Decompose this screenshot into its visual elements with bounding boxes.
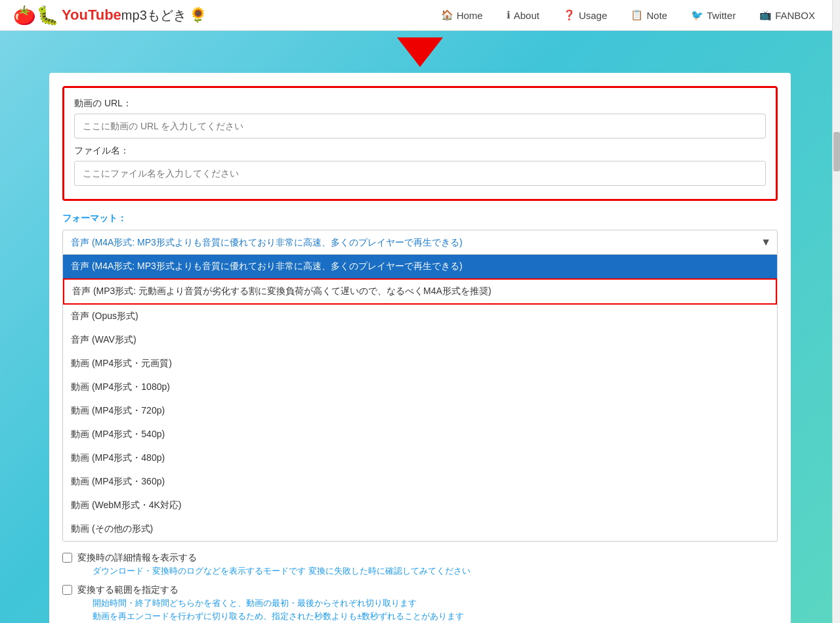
dropdown-item-other[interactable]: 動画 (その他の形式) xyxy=(63,517,777,541)
logo-icon: 🍅🐛 xyxy=(13,5,59,26)
checkbox-row-range: 変換する範囲を指定する 開始時間・終了時間どちらかを省くと、動画の最初・最後から… xyxy=(62,584,778,622)
show-detail-checkbox[interactable] xyxy=(62,553,72,563)
nav-usage[interactable]: ❓ Usage xyxy=(551,4,619,26)
format-section: フォーマット： 音声 (M4A形式: MP3形式よりも音質に優れており非常に高速… xyxy=(62,213,778,542)
dropdown-item-mp4-1080p[interactable]: 動画 (MP4形式・1080p) xyxy=(63,376,777,399)
url-input[interactable] xyxy=(74,114,766,139)
nav-fanbox[interactable]: 📺 FANBOX xyxy=(747,4,827,26)
nav-note[interactable]: 📋 Note xyxy=(619,4,679,26)
nav-home[interactable]: 🏠 Home xyxy=(429,4,495,26)
nav-home-label: Home xyxy=(457,10,483,21)
checkbox-section: 変換時の詳細情報を表示する ダウンロード・変換時のログなどを表示するモードです … xyxy=(62,551,778,622)
dropdown-item-mp4-540p[interactable]: 動画 (MP4形式・540p) xyxy=(63,423,777,446)
note-icon: 📋 xyxy=(631,9,643,21)
home-icon: 🏠 xyxy=(441,9,453,21)
scrollbar-track xyxy=(832,0,840,623)
checkbox-row-detail: 変換時の詳細情報を表示する ダウンロード・変換時のログなどを表示するモードです … xyxy=(62,551,778,577)
scrollbar-thumb[interactable] xyxy=(833,132,840,171)
dropdown-item-mp4-orig[interactable]: 動画 (MP4形式・元画質) xyxy=(63,352,777,376)
filename-label: ファイル名： xyxy=(74,145,766,157)
nav-about[interactable]: ℹ About xyxy=(495,4,551,26)
nav-note-label: Note xyxy=(646,10,667,21)
logo: 🍅🐛 YouTube mp3もどき 🌻 xyxy=(13,5,207,26)
dropdown-item-mp3[interactable]: 音声 (MP3形式: 元動画より音質が劣化する割に変換負荷が高くて遅いので、なる… xyxy=(63,278,777,305)
url-filename-section: 動画の URL： ファイル名： xyxy=(62,86,778,201)
arrow-container xyxy=(0,31,840,73)
nav-about-label: About xyxy=(514,10,539,21)
range-label-group: 変換する範囲を指定する 開始時間・終了時間どちらかを省くと、動画の最初・最後から… xyxy=(77,584,464,622)
twitter-icon: 🐦 xyxy=(691,9,704,21)
header: 🍅🐛 YouTube mp3もどき 🌻 🏠 Home ℹ About ❓ Usa… xyxy=(0,0,840,31)
filename-input[interactable] xyxy=(74,161,766,186)
format-select[interactable]: 音声 (M4A形式: MP3形式よりも音質に優れており非常に高速、多くのプレイヤ… xyxy=(62,230,778,255)
range-checkbox[interactable] xyxy=(62,585,72,595)
range-desc1: 開始時間・終了時間どちらかを省くと、動画の最初・最後からそれぞれ切り取ります xyxy=(93,597,464,609)
range-desc2: 動画を再エンコードを行わずに切り取るため、指定された秒数よりも±数秒ずれることが… xyxy=(93,611,464,622)
logo-mp3: mp3もどき xyxy=(121,7,186,24)
navigation: 🏠 Home ℹ About ❓ Usage 📋 Note 🐦 Twitter … xyxy=(429,4,827,26)
nav-twitter-label: Twitter xyxy=(707,10,736,21)
format-label: フォーマット： xyxy=(62,213,778,225)
usage-icon: ❓ xyxy=(563,9,576,21)
show-detail-label-group: 変換時の詳細情報を表示する ダウンロード・変換時のログなどを表示するモードです … xyxy=(77,551,471,577)
dropdown-item-wav[interactable]: 音声 (WAV形式) xyxy=(63,328,777,352)
main-content: 動画の URL： ファイル名： フォーマット： 音声 (M4A形式: MP3形式… xyxy=(49,73,791,623)
dropdown-item-m4a[interactable]: 音声 (M4A形式: MP3形式よりも音質に優れており非常に高速、多くのプレイヤ… xyxy=(63,255,777,278)
dropdown-item-mp4-360p[interactable]: 動画 (MP4形式・360p) xyxy=(63,470,777,494)
dropdown-item-mp4-480p[interactable]: 動画 (MP4形式・480p) xyxy=(63,446,777,470)
nav-twitter[interactable]: 🐦 Twitter xyxy=(679,4,747,26)
dropdown-item-opus[interactable]: 音声 (Opus形式) xyxy=(63,305,777,328)
fanbox-icon: 📺 xyxy=(759,9,772,21)
logo-sun-icon: 🌻 xyxy=(189,7,207,24)
nav-fanbox-label: FANBOX xyxy=(775,10,815,21)
down-arrow-icon xyxy=(397,37,443,67)
about-icon: ℹ xyxy=(507,9,511,21)
show-detail-desc: ダウンロード・変換時のログなどを表示するモードです 変換に失敗した時に確認してみ… xyxy=(93,565,471,577)
format-select-wrapper: 音声 (M4A形式: MP3形式よりも音質に優れており非常に高速、多くのプレイヤ… xyxy=(62,230,778,255)
dropdown-item-mp4-720p[interactable]: 動画 (MP4形式・720p) xyxy=(63,399,777,423)
dropdown-item-webm-4k[interactable]: 動画 (WebM形式・4K対応) xyxy=(63,494,777,517)
show-detail-label[interactable]: 変換時の詳細情報を表示する xyxy=(77,552,197,563)
range-label[interactable]: 変換する範囲を指定する xyxy=(77,584,178,595)
logo-youtube: YouTube xyxy=(62,7,121,24)
nav-usage-label: Usage xyxy=(579,10,607,21)
dropdown-list: 音声 (M4A形式: MP3形式よりも音質に優れており非常に高速、多くのプレイヤ… xyxy=(62,255,778,542)
url-label: 動画の URL： xyxy=(74,98,766,110)
